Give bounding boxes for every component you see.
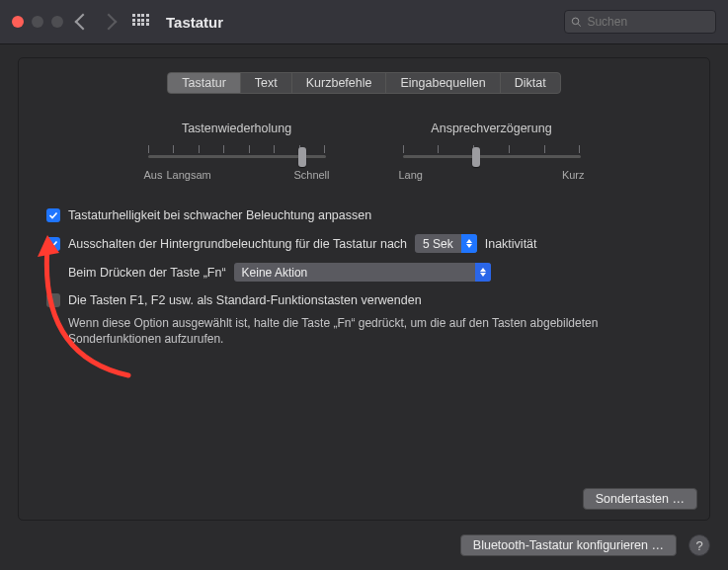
tab-kurzbefehle[interactable]: Kurzbefehle: [292, 73, 387, 93]
stepper-icon: [475, 263, 491, 282]
backlight-off-label-pre: Ausschalten der Hintergrundbeleuchtung f…: [68, 235, 407, 253]
brightness-label: Tastaturhelligkeit bei schwacher Beleuch…: [68, 206, 371, 224]
help-button[interactable]: ?: [688, 534, 710, 556]
key-repeat-label: Tastenwiederholung: [182, 122, 291, 135]
fullscreen-window-button[interactable]: [51, 16, 63, 28]
minimize-window-button[interactable]: [32, 16, 43, 28]
key-repeat-slow-label: Langsam: [166, 169, 210, 181]
delay-label: Ansprechverzögerung: [431, 122, 551, 135]
delay-thumb[interactable]: [472, 147, 480, 167]
tab-eingabequellen[interactable]: Eingabequellen: [386, 73, 500, 93]
tab-tastatur[interactable]: Tastatur: [168, 73, 240, 93]
backlight-delay-select[interactable]: 5 Sek: [415, 234, 477, 253]
svg-line-1: [578, 24, 581, 27]
window-controls: [12, 16, 63, 28]
delay-group: Ansprechverzögerung Lang Kurz: [399, 122, 585, 181]
stepper-icon: [461, 234, 477, 253]
delay-short-label: Kurz: [562, 169, 585, 181]
key-repeat-slider[interactable]: [148, 145, 326, 165]
backlight-off-label-post: Inaktivität: [485, 235, 537, 253]
fn-key-label: Beim Drücken der Taste „Fn“: [68, 264, 226, 282]
search-input[interactable]: [585, 14, 709, 30]
key-repeat-thumb[interactable]: [298, 147, 306, 167]
tab-bar: Tastatur Text Kurzbefehle Eingabequellen…: [19, 72, 709, 94]
delay-slider[interactable]: [403, 145, 581, 165]
search-icon: [571, 16, 581, 28]
tab-text[interactable]: Text: [241, 73, 292, 93]
fn-action-select[interactable]: Keine Aktion: [234, 263, 491, 282]
key-repeat-off-label: Aus: [144, 169, 163, 181]
brightness-checkbox[interactable]: [46, 208, 60, 222]
nav-buttons: [77, 16, 115, 28]
key-repeat-group: Tastenwiederholung Aus Langsam Schnell: [144, 122, 330, 181]
preferences-panel: Tastatur Text Kurzbefehle Eingabequellen…: [18, 57, 710, 521]
window-title: Tastatur: [166, 14, 223, 31]
forward-button[interactable]: [101, 14, 118, 31]
titlebar: Tastatur: [0, 0, 728, 44]
delay-long-label: Lang: [399, 169, 423, 181]
std-fn-label: Die Tasten F1, F2 usw. als Standard-Funk…: [68, 291, 422, 309]
checkmark-icon: [48, 210, 58, 220]
bluetooth-keyboard-button[interactable]: Bluetooth-Tastatur konfigurieren …: [460, 534, 677, 556]
search-field[interactable]: [564, 10, 716, 34]
sondertasten-button[interactable]: Sondertasten …: [583, 488, 697, 510]
close-window-button[interactable]: [12, 16, 24, 28]
std-fn-help: Wenn diese Option ausgewählt ist, halte …: [68, 315, 682, 347]
back-button[interactable]: [75, 14, 92, 31]
tab-diktat[interactable]: Diktat: [501, 73, 560, 93]
key-repeat-fast-label: Schnell: [293, 169, 329, 181]
fn-action-value: Keine Aktion: [234, 264, 316, 282]
checkmark-icon: [48, 239, 58, 249]
svg-point-0: [572, 18, 579, 25]
std-fn-checkbox[interactable]: [46, 293, 60, 307]
all-prefs-icon[interactable]: [132, 14, 148, 30]
backlight-delay-value: 5 Sek: [415, 235, 461, 253]
backlight-off-checkbox[interactable]: [46, 237, 60, 251]
